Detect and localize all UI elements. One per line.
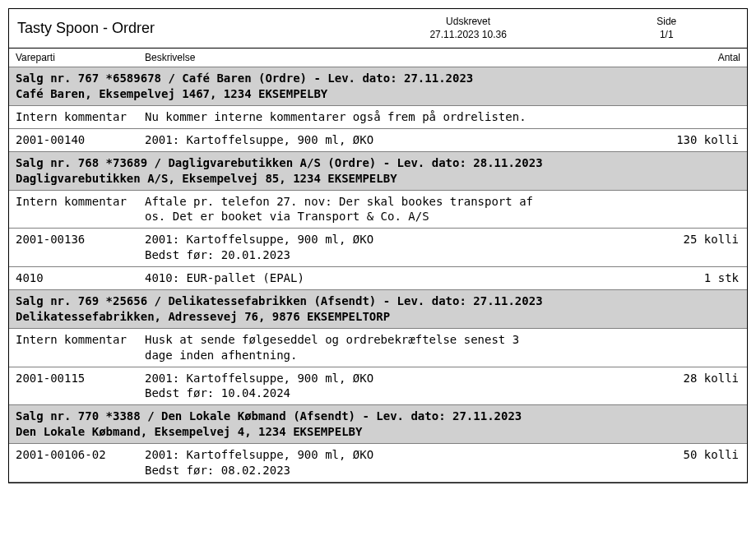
table-row: Intern kommentarHusk at sende følgesedde… [9, 329, 747, 367]
group-header-line2: Den Lokale Købmand, Eksempelvej 4, 1234 … [16, 424, 740, 440]
cell-beskrivelse: 2001: Kartoffelsuppe, 900 ml, ØKO Bedst … [145, 232, 540, 263]
cell-vareparti: 2001-00140 [9, 132, 145, 148]
table-row: 2001-001152001: Kartoffelsuppe, 900 ml, … [9, 367, 747, 406]
cell-beskrivelse: Aftale pr. telefon 27. nov: Der skal boo… [145, 194, 540, 225]
report-page: Tasty Spoon - Ordrer Udskrevet 27.11.202… [8, 8, 748, 483]
report-header: Tasty Spoon - Ordrer Udskrevet 27.11.202… [9, 9, 747, 48]
cell-beskrivelse: 2001: Kartoffelsuppe, 900 ml, ØKO Bedst … [145, 371, 540, 402]
page-label: Side [595, 16, 739, 29]
cell-vareparti: 4010 [9, 270, 145, 286]
cell-beskrivelse: Nu kommer interne kommentarer også frem … [145, 109, 540, 125]
table-row: Intern kommentarNu kommer interne kommen… [9, 106, 747, 129]
cell-antal: 1 stk [540, 270, 747, 286]
cell-vareparti: 2001-00115 [9, 371, 145, 402]
table-row: 40104010: EUR-pallet (EPAL)1 stk [9, 267, 747, 290]
group-header-line1: Salg nr. 768 *73689 / Dagligvarebutikken… [16, 155, 740, 171]
printed-value: 27.11.2023 10.36 [342, 29, 595, 42]
table-row: 2001-00106-022001: Kartoffelsuppe, 900 m… [9, 444, 747, 483]
group-header: Salg nr. 767 *6589678 / Café Baren (Ordr… [9, 67, 747, 106]
cell-vareparti: Intern kommentar [9, 332, 145, 363]
cell-vareparti: Intern kommentar [9, 109, 145, 125]
group-header-line2: Dagligvarebutikken A/S, Eksempelvej 85, … [16, 171, 740, 187]
table-row: 2001-001402001: Kartoffelsuppe, 900 ml, … [9, 129, 747, 152]
col-beskrivelse: Beskrivelse [145, 52, 582, 63]
column-headers: Vareparti Beskrivelse Antal [9, 48, 747, 67]
cell-beskrivelse: Husk at sende følgeseddel og ordrebekræf… [145, 332, 540, 363]
cell-antal [540, 109, 747, 125]
printed-label: Udskrevet [342, 16, 595, 29]
group-header-line1: Salg nr. 767 *6589678 / Café Baren (Ordr… [16, 71, 740, 86]
cell-vareparti: 2001-00136 [9, 232, 145, 263]
cell-antal: 25 kolli [540, 232, 747, 263]
group-header-line1: Salg nr. 770 *3388 / Den Lokale Købmand … [16, 409, 740, 424]
group-header: Salg nr. 770 *3388 / Den Lokale Købmand … [9, 405, 747, 444]
page-block: Side 1/1 [595, 16, 739, 41]
cell-vareparti: Intern kommentar [9, 194, 145, 225]
cell-beskrivelse: 2001: Kartoffelsuppe, 900 ml, ØKO Bedst … [145, 447, 540, 478]
cell-beskrivelse: 2001: Kartoffelsuppe, 900 ml, ØKO [145, 132, 540, 148]
printed-block: Udskrevet 27.11.2023 10.36 [342, 16, 595, 41]
group-header-line2: Café Baren, Eksempelvej 1467, 1234 EKSEM… [16, 86, 740, 102]
cell-beskrivelse: 4010: EUR-pallet (EPAL) [145, 270, 540, 286]
cell-antal: 28 kolli [540, 371, 747, 402]
group-header-line1: Salg nr. 769 *25656 / Delikatessefabrikk… [16, 293, 740, 309]
cell-vareparti: 2001-00106-02 [9, 447, 145, 478]
group-header: Salg nr. 768 *73689 / Dagligvarebutikken… [9, 152, 747, 191]
cell-antal: 50 kolli [540, 447, 747, 478]
cell-antal: 130 kolli [540, 132, 747, 148]
page-value: 1/1 [595, 29, 739, 42]
group-header-line2: Delikatessefabrikken, Adressevej 76, 987… [16, 309, 740, 325]
col-antal: Antal [582, 52, 747, 63]
cell-antal [540, 332, 747, 363]
cell-antal [540, 194, 747, 225]
table-row: 2001-001362001: Kartoffelsuppe, 900 ml, … [9, 229, 747, 267]
col-vareparti: Vareparti [9, 52, 145, 63]
table-row: Intern kommentarAftale pr. telefon 27. n… [9, 191, 747, 229]
group-header: Salg nr. 769 *25656 / Delikatessefabrikk… [9, 290, 747, 329]
groups-container: Salg nr. 767 *6589678 / Café Baren (Ordr… [9, 67, 747, 483]
report-title: Tasty Spoon - Ordrer [17, 20, 342, 37]
